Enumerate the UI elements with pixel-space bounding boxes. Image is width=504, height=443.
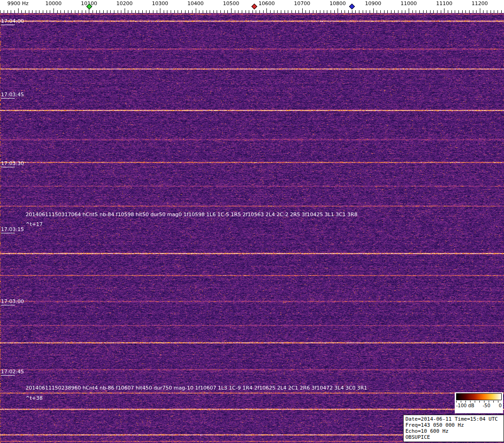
freq-tick-label: 10900	[365, 0, 381, 7]
spectrogram-app: 9900 Hz100001010010200103001040010500106…	[0, 0, 504, 443]
colorbar-max-label: 0	[499, 403, 502, 408]
time-tick-text: 17:03:30	[1, 160, 24, 166]
time-tick-label: 17:03:15	[1, 227, 24, 233]
freq-tick-label: 10500	[223, 0, 239, 7]
spectrogram-canvas	[0, 13, 504, 443]
time-tick-label: 17:03:45	[1, 92, 24, 99]
colorbar-min-label: -100 dB	[456, 403, 474, 408]
time-tick-underline	[1, 25, 15, 25]
time-tick-label: 17:02:45	[1, 369, 24, 376]
time-tick-underline	[1, 375, 15, 376]
freq-tick-label: 10400	[187, 0, 204, 7]
freq-tick-label: 10800	[330, 0, 346, 7]
time-tick-text: 17:02:45	[1, 369, 24, 375]
meteor-event-annotation: 20140611150317064 hCnt5 nb-84 f10598 hit…	[26, 212, 358, 218]
info-echo-frequency: Echo=10 600 Hz	[405, 428, 502, 434]
time-tick-label: 17:04:00	[1, 19, 24, 25]
info-frequency: Freq=143 050 000 Hz	[405, 422, 502, 428]
time-tick-label: 17:03:30	[1, 161, 24, 167]
time-tick-underline	[1, 167, 15, 167]
colorbar-labels: -100 dB -50 0	[456, 403, 502, 408]
info-date-time: Date=2014-06-11 Time=15:04 UTC	[405, 416, 502, 422]
frequency-ruler: 9900 Hz100001010010200103001040010500106…	[0, 0, 504, 13]
freq-tick-label: 10200	[116, 0, 133, 7]
freq-tick-label: 10700	[294, 0, 310, 7]
meteor-event-annotation: 20140611150238960 hCnt4 nb-86 f10607 hit…	[26, 385, 367, 391]
time-tick-text: 17:03:15	[1, 226, 24, 232]
freq-tick-label: 10600	[259, 0, 275, 7]
freq-tick-label: 11200	[471, 0, 488, 7]
meteor-event-time-offset: ^t+17	[26, 221, 43, 227]
colorbar-mid-label: -50	[483, 403, 490, 408]
freq-tick-label: 10300	[152, 0, 168, 7]
time-tick-text: 17:03:00	[1, 298, 24, 304]
colorbar-ticks	[456, 401, 502, 403]
info-station-name: OBSUPICE	[405, 434, 502, 440]
time-tick-underline	[1, 305, 15, 305]
colorbar-gradient	[456, 393, 502, 400]
time-tick-text: 17:03:45	[1, 92, 24, 98]
freq-tick-label: 11100	[436, 0, 452, 7]
colorbar: -100 dB -50 0	[455, 392, 503, 413]
time-tick-underline	[1, 233, 15, 233]
meteor-event-time-offset: ^t+38	[26, 395, 43, 401]
time-tick-text: 17:04:00	[1, 18, 24, 24]
time-tick-label: 17:03:00	[1, 299, 24, 305]
freq-tick-label: 9900 Hz	[7, 0, 29, 7]
info-box: Date=2014-06-11 Time=15:04 UTC Freq=143 …	[403, 415, 504, 442]
time-tick-underline	[1, 98, 15, 99]
freq-tick-label: 11000	[401, 0, 417, 7]
freq-tick-label: 10000	[46, 0, 62, 7]
